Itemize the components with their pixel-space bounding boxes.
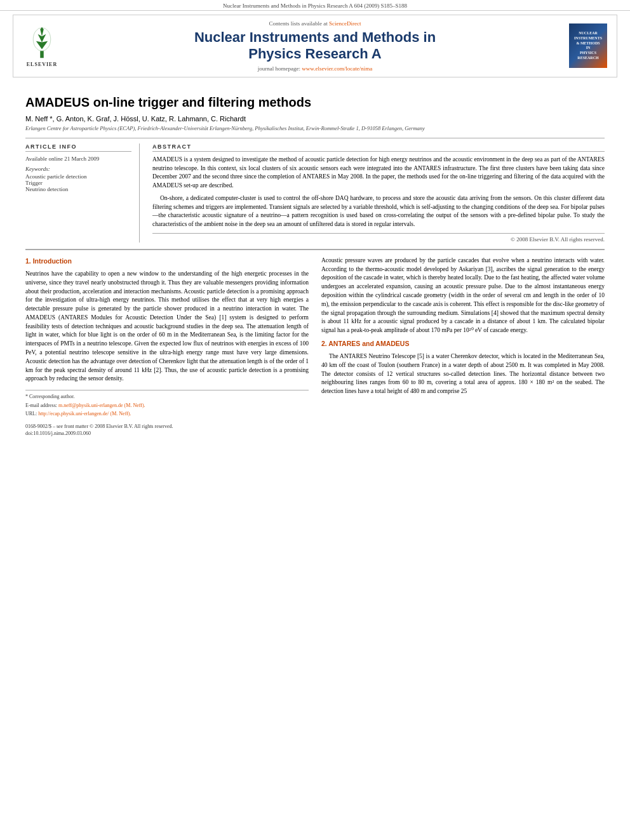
- journal-header: ELSEVIER Contents lists available at Sci…: [13, 15, 617, 77]
- article-affiliation: Erlangen Centre for Astroparticle Physic…: [25, 125, 605, 131]
- sciencedirect-link: Contents lists available at ScienceDirec…: [70, 20, 560, 27]
- journal-center: Contents lists available at ScienceDirec…: [70, 20, 560, 72]
- body-col-left: 1. Introduction Neutrinos have the capab…: [25, 257, 309, 437]
- article-meta-section: ARTICLE INFO Available online 21 March 2…: [25, 143, 605, 243]
- journal-url[interactable]: www.elsevier.com/locate/nima: [302, 65, 372, 72]
- footnote-url: URL: http://ecap.physik.uni-erlangen.de/…: [25, 410, 309, 418]
- elsevier-label: ELSEVIER: [27, 62, 57, 67]
- body-divider: [25, 249, 605, 250]
- section2-para-1: The ANTARES Neutrino Telescope [5] is a …: [321, 352, 605, 396]
- article-content: AMADEUS on-line trigger and filtering me…: [0, 81, 630, 450]
- keywords-label: Keywords:: [25, 166, 131, 172]
- body-two-col: 1. Introduction Neutrinos have the capab…: [25, 257, 605, 437]
- section2-heading: 2. ANTARES and AMADEUS: [321, 339, 605, 349]
- footnote-email: E-mail address: m.neff@physik.uni-erlang…: [25, 402, 309, 410]
- abstract-para-2: On-shore, a dedicated computer-cluster i…: [152, 194, 605, 229]
- abstract-label: ABSTRACT: [152, 143, 605, 152]
- elsevier-tree-icon: [26, 25, 58, 60]
- journal-citation: Nuclear Instruments and Methods in Physi…: [223, 3, 407, 9]
- journal-homepage: journal homepage: www.elsevier.com/locat…: [70, 65, 560, 72]
- article-info-col: ARTICLE INFO Available online 21 March 2…: [25, 143, 140, 243]
- issn-text: 0168-9002/$ – see front matter © 2008 El…: [25, 423, 309, 430]
- footnote-corresponding: * Corresponding author.: [25, 393, 309, 401]
- svg-rect-0: [40, 51, 44, 58]
- section1-heading: 1. Introduction: [25, 257, 309, 266]
- footnote-url-link[interactable]: http://ecap.physik.uni-erlangen.de/ (M. …: [38, 411, 131, 417]
- elsevier-logo: ELSEVIER: [20, 25, 64, 67]
- available-online: Available online 21 March 2009: [25, 156, 131, 162]
- keyword-1: Acoustic particle detection: [25, 173, 131, 180]
- sciencedirect-url[interactable]: ScienceDirect: [329, 20, 361, 27]
- article-authors: M. Neff *, G. Anton, K. Graf, J. Hössl, …: [25, 115, 605, 123]
- article-info-label: ARTICLE INFO: [25, 143, 131, 152]
- top-bar: Nuclear Instruments and Methods in Physi…: [0, 0, 630, 11]
- footnote-area: * Corresponding author. E-mail address: …: [25, 390, 309, 418]
- journal-logo-box: NUCLEARINSTRUMENTS& METHODSINPHYSICSRESE…: [569, 23, 607, 68]
- section1-para-1: Neutrinos have the capability to open a …: [25, 270, 309, 383]
- section1-right-para-1: Acoustic pressure waves are produced by …: [321, 257, 605, 335]
- article-title: AMADEUS on-line trigger and filtering me…: [25, 95, 605, 110]
- page-wrapper: Nuclear Instruments and Methods in Physi…: [0, 0, 630, 450]
- abstract-copyright: © 2008 Elsevier B.V. All rights reserved…: [152, 233, 605, 243]
- article-divider: [25, 138, 605, 138]
- body-col-right: Acoustic pressure waves are produced by …: [321, 257, 605, 437]
- doi-text: doi:10.1016/j.nima.2009.03.060: [25, 430, 309, 437]
- abstract-col: ABSTRACT AMADEUS is a system designed to…: [152, 143, 605, 243]
- keyword-3: Neutrino detection: [25, 186, 131, 192]
- abstract-text: AMADEUS is a system designed to investig…: [152, 156, 605, 229]
- journal-logo-right: NUCLEARINSTRUMENTS& METHODSINPHYSICSRESE…: [566, 23, 610, 68]
- footnote-email-link[interactable]: m.neff@physik.uni-erlangen.de (M. Neff).: [58, 403, 145, 408]
- abstract-para-1: AMADEUS is a system designed to investig…: [152, 156, 605, 190]
- keyword-2: Trigger: [25, 180, 131, 186]
- issn-line: 0168-9002/$ – see front matter © 2008 El…: [25, 423, 309, 437]
- journal-title: Nuclear Instruments and Methods in Physi…: [70, 29, 560, 63]
